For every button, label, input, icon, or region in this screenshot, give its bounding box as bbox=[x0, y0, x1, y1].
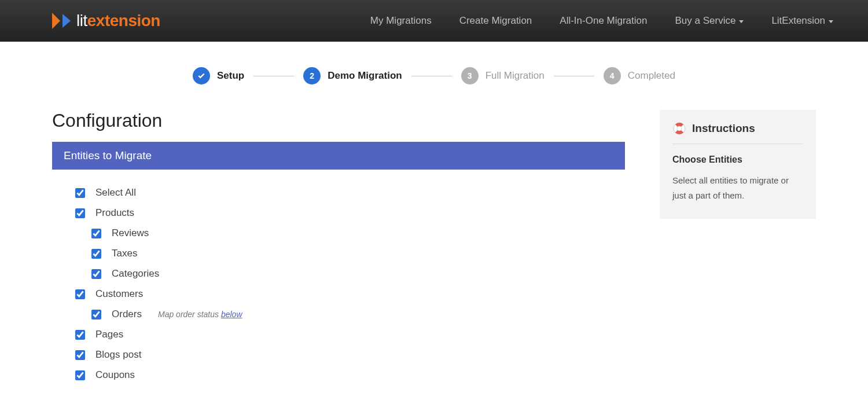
step-demo-label: Demo Migration bbox=[328, 70, 402, 82]
svg-marker-1 bbox=[62, 14, 71, 28]
page-title: Configuration bbox=[52, 110, 625, 131]
label-taxes[interactable]: Taxes bbox=[112, 248, 137, 259]
orders-hint-prefix: Map order status bbox=[158, 310, 221, 319]
entities-list: Select All Products Reviews Taxes Catego… bbox=[52, 170, 625, 381]
entity-categories: Categories bbox=[75, 268, 625, 280]
caret-down-icon bbox=[739, 20, 744, 23]
checkbox-coupons[interactable] bbox=[75, 370, 85, 380]
step-connector bbox=[253, 76, 294, 76]
label-orders[interactable]: Orders bbox=[112, 308, 142, 320]
step-completed-circle: 4 bbox=[604, 67, 621, 85]
nav-litextension-label: LitExtension bbox=[771, 15, 825, 27]
checkbox-reviews[interactable] bbox=[91, 229, 101, 238]
label-pages[interactable]: Pages bbox=[95, 329, 123, 340]
sidebar-header: Instructions bbox=[672, 122, 803, 144]
sidebar-title: Instructions bbox=[692, 122, 755, 135]
svg-point-4 bbox=[677, 126, 682, 131]
orders-hint: Map order status below bbox=[158, 310, 242, 319]
nav-litextension[interactable]: LitExtension bbox=[771, 15, 833, 27]
checkbox-categories[interactable] bbox=[91, 269, 101, 279]
step-connector bbox=[554, 76, 594, 76]
step-completed[interactable]: 4 Completed bbox=[604, 67, 675, 85]
svg-marker-0 bbox=[52, 13, 60, 29]
step-full-circle: 3 bbox=[461, 67, 479, 85]
progress-stepper: Setup 2 Demo Migration 3 Full Migration … bbox=[0, 67, 868, 85]
entity-taxes: Taxes bbox=[75, 248, 625, 259]
caret-down-icon bbox=[829, 20, 833, 23]
orders-hint-link[interactable]: below bbox=[221, 310, 242, 319]
sidebar-description: Select all entities to migrate or just a… bbox=[672, 173, 803, 203]
step-setup-circle bbox=[193, 67, 210, 85]
step-completed-label: Completed bbox=[628, 70, 675, 82]
label-reviews[interactable]: Reviews bbox=[112, 227, 149, 239]
checkbox-products[interactable] bbox=[75, 208, 85, 218]
label-blogs-post[interactable]: Blogs post bbox=[95, 349, 141, 361]
entity-blogs-post: Blogs post bbox=[75, 349, 625, 361]
logo-icon bbox=[52, 13, 72, 29]
step-full-label: Full Migration bbox=[486, 70, 545, 82]
label-coupons[interactable]: Coupons bbox=[95, 369, 135, 381]
instructions-sidebar: Instructions Choose Entities Select all … bbox=[660, 110, 816, 219]
label-select-all[interactable]: Select All bbox=[95, 187, 136, 199]
step-demo[interactable]: 2 Demo Migration bbox=[303, 67, 402, 85]
brand-extension: extension bbox=[87, 12, 160, 30]
checkbox-customers[interactable] bbox=[75, 289, 85, 299]
checkbox-orders[interactable] bbox=[91, 310, 101, 319]
nav-items: My Migrations Create Migration All-In-On… bbox=[370, 15, 833, 27]
step-setup[interactable]: Setup bbox=[193, 67, 244, 85]
checkbox-select-all[interactable] bbox=[75, 188, 85, 198]
nav-my-migrations[interactable]: My Migrations bbox=[370, 15, 432, 27]
nav-all-in-one[interactable]: All-In-One Migration bbox=[560, 15, 647, 27]
section-entities-header: Entities to Migrate bbox=[52, 142, 625, 170]
step-connector bbox=[411, 76, 452, 76]
check-icon bbox=[197, 72, 205, 80]
step-full[interactable]: 3 Full Migration bbox=[461, 67, 545, 85]
label-customers[interactable]: Customers bbox=[95, 288, 143, 300]
nav-buy-service-label: Buy a Service bbox=[675, 15, 735, 27]
brand-lit: lit bbox=[76, 12, 87, 30]
step-demo-circle: 2 bbox=[303, 67, 321, 85]
label-categories[interactable]: Categories bbox=[112, 268, 159, 280]
entity-pages: Pages bbox=[75, 329, 625, 340]
main-container: Configuration Entities to Migrate Select… bbox=[0, 110, 868, 390]
label-products[interactable]: Products bbox=[95, 207, 134, 219]
nav-buy-service[interactable]: Buy a Service bbox=[675, 15, 744, 27]
entity-reviews: Reviews bbox=[75, 227, 625, 239]
entity-orders: Orders Map order status below bbox=[75, 308, 625, 320]
entity-select-all: Select All bbox=[75, 187, 625, 199]
checkbox-pages[interactable] bbox=[75, 330, 85, 340]
navbar: litextension My Migrations Create Migrat… bbox=[0, 0, 868, 42]
brand-logo[interactable]: litextension bbox=[52, 12, 160, 30]
checkbox-taxes[interactable] bbox=[91, 249, 101, 259]
main-column: Configuration Entities to Migrate Select… bbox=[52, 110, 625, 390]
step-setup-label: Setup bbox=[217, 70, 244, 82]
checkbox-blogs-post[interactable] bbox=[75, 350, 85, 360]
sidebar-subtitle: Choose Entities bbox=[672, 155, 803, 165]
lifebuoy-icon bbox=[672, 122, 686, 135]
entity-coupons: Coupons bbox=[75, 369, 625, 381]
entity-products: Products bbox=[75, 207, 625, 219]
nav-create-migration[interactable]: Create Migration bbox=[459, 15, 532, 27]
entity-customers: Customers bbox=[75, 288, 625, 300]
